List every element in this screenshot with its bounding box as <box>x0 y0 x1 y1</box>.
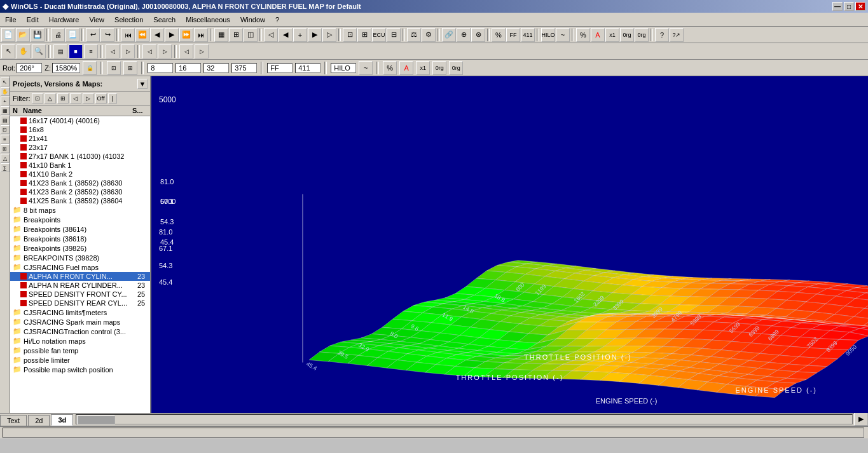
lt-btn3[interactable]: + <box>1 97 10 105</box>
close-button[interactable]: ✕ <box>855 2 865 11</box>
dec-button[interactable]: 411 <box>521 28 535 42</box>
tree-item[interactable]: 📁Breakpoints (39826) <box>10 243 150 253</box>
nav-left-button[interactable]: ◁ <box>264 28 278 42</box>
filter-off-btn[interactable]: Off <box>95 93 107 104</box>
play-button[interactable]: ▶ <box>165 28 179 42</box>
tree-item[interactable]: 21x41 <box>10 134 150 143</box>
chart-area[interactable]: 5000 81.0 67.1 54.3 45.4 THROTTLE POSITI… <box>151 76 868 413</box>
z-value[interactable]: 1580% <box>52 63 80 73</box>
menu-view[interactable]: View <box>84 15 109 25</box>
tree-item[interactable]: 41X23 Bank 1 (38592) (38630 <box>10 179 150 187</box>
tree-item[interactable]: SPEED DENSITY FRONT CY...25 <box>10 290 150 299</box>
lt-btn1[interactable]: ↖ <box>1 78 10 86</box>
arrow-r-button[interactable]: ▷ <box>121 44 135 58</box>
tree-item[interactable]: SPEED DENSITY REAR CYL...25 <box>10 299 150 308</box>
tree-item[interactable]: 📁Breakpoints <box>10 215 150 224</box>
tool4-button[interactable]: ⊟ <box>387 28 401 42</box>
merge-button[interactable]: ⊕ <box>457 28 471 42</box>
tree-item[interactable]: 📁possible limiter <box>10 355 150 365</box>
split-button[interactable]: ⊗ <box>471 28 485 42</box>
tool1-button[interactable]: ⊡ <box>343 28 357 42</box>
print-button[interactable]: 🖨 <box>51 28 65 42</box>
tree-item[interactable]: 📁Hi/Lo notation maps <box>10 336 150 346</box>
filter-btn3[interactable]: ⊞ <box>57 93 69 104</box>
tree-item[interactable]: 📁possible fan temp <box>10 346 150 355</box>
org-button[interactable]: 0rg <box>620 28 634 42</box>
tree-item[interactable]: 23x17 <box>10 143 150 152</box>
undo-button[interactable]: ↩ <box>86 28 100 42</box>
open-button[interactable]: 📂 <box>16 28 30 42</box>
sidebar-dropdown[interactable]: ▼ <box>137 79 148 89</box>
org3-btn[interactable]: 0rg <box>432 61 446 75</box>
play-back-button[interactable]: ◀ <box>150 28 164 42</box>
tab-2d[interactable]: 2d <box>28 415 50 426</box>
help-button[interactable]: ? <box>655 28 669 42</box>
minimize-button[interactable]: — <box>832 2 843 11</box>
save-button[interactable]: 💾 <box>31 28 45 42</box>
rot-value[interactable]: 206° <box>17 63 42 73</box>
skip-back-button[interactable]: ⏪ <box>135 28 149 42</box>
3d-chart[interactable] <box>151 76 868 413</box>
org2-button[interactable]: 0rg <box>635 28 649 42</box>
skip-end-button[interactable]: ⏭ <box>194 28 208 42</box>
tree-list[interactable]: 16x17 (40014) (40016)16x821x4123x1727x17… <box>10 116 150 413</box>
skip-begin-button[interactable]: ⏮ <box>121 28 135 42</box>
hand-button[interactable]: ✋ <box>17 44 31 58</box>
link-button[interactable]: 🔗 <box>442 28 456 42</box>
filter-btn2[interactable]: △ <box>45 93 56 104</box>
view2-button[interactable]: ⊞ <box>229 28 243 42</box>
filter-btn5[interactable]: ▷ <box>83 93 94 104</box>
tree-item[interactable]: 📁8 bit maps <box>10 205 150 215</box>
new-button[interactable]: 📄 <box>1 28 15 42</box>
tree-item[interactable]: 16x8 <box>10 125 150 134</box>
axis-l-button[interactable]: ◁ <box>142 44 156 58</box>
filter-btn4[interactable]: ◁ <box>70 93 81 104</box>
add-button[interactable]: + <box>293 28 307 42</box>
tab-3d[interactable]: 3d <box>51 414 73 426</box>
tree-item[interactable]: 📁CJSRACING limits¶meters <box>10 308 150 317</box>
compare-button[interactable]: ⚖ <box>407 28 421 42</box>
lt-btn4[interactable]: ▦ <box>1 106 10 115</box>
tree-item[interactable]: 📁Possible map switch position <box>10 365 150 374</box>
tree-item[interactable]: 📁BREAKPOINTS (39828) <box>10 253 150 262</box>
skip-fwd-button[interactable]: ⏩ <box>179 28 193 42</box>
lt-btn8[interactable]: ⊞ <box>1 144 10 153</box>
zoom-r-button[interactable]: ▷ <box>195 44 209 58</box>
help2-button[interactable]: ?↗ <box>670 28 684 42</box>
cursor-button[interactable]: ↖ <box>1 44 15 58</box>
map-btn3[interactable]: ≡ <box>84 44 98 58</box>
view3-button[interactable]: ◫ <box>244 28 258 42</box>
view1-button[interactable]: ▦ <box>214 28 228 42</box>
bits8-btn[interactable]: ⊡ <box>107 61 121 75</box>
zoom-button[interactable]: 🔍 <box>32 44 46 58</box>
percent2-button[interactable]: % <box>576 28 590 42</box>
lt-btn5[interactable]: ▤ <box>1 116 10 125</box>
filter-btn6[interactable]: | <box>108 93 117 104</box>
tree-item[interactable]: ALPHA N FRONT CYLIN...23 <box>10 272 150 281</box>
lt-btn2[interactable]: ✋ <box>1 87 10 96</box>
menu-edit[interactable]: Edit <box>22 15 44 25</box>
tree-item[interactable]: 📁Breakpoints (38618) <box>10 234 150 243</box>
tree-item[interactable]: 16x17 (40014) (40016) <box>10 116 150 125</box>
tab-text[interactable]: Text <box>0 415 27 426</box>
menu-file[interactable]: File <box>0 15 22 25</box>
axis-r-button[interactable]: ▷ <box>158 44 172 58</box>
menu-window[interactable]: Window <box>235 15 270 25</box>
tree-item[interactable]: 27x17 BANK 1 (41030) (41032 <box>10 152 150 161</box>
filter-btn1[interactable]: ⊡ <box>32 93 43 104</box>
horizontal-scrollbar[interactable] <box>76 414 853 424</box>
tilde-button[interactable]: ~ <box>556 28 570 42</box>
bits8b-btn[interactable]: ⊞ <box>123 61 137 75</box>
nav-left2-button[interactable]: ◀ <box>279 28 293 42</box>
settings-button[interactable]: ⚙ <box>422 28 436 42</box>
scrollbar-thumb[interactable] <box>77 416 115 424</box>
tool2-button[interactable]: ⊞ <box>357 28 371 42</box>
menu-miscellaneous[interactable]: Miscellaneous <box>181 15 235 25</box>
tree-item[interactable]: 📁Breakpoints (38614) <box>10 224 150 234</box>
A-button[interactable]: A <box>591 28 605 42</box>
redo-button[interactable]: ↪ <box>100 28 114 42</box>
map-btn2[interactable]: ■ <box>69 44 83 58</box>
x1-button[interactable]: x1 <box>605 28 619 42</box>
hilo-button[interactable]: HILO <box>541 28 555 42</box>
tree-item[interactable]: 📁CJSRACING Fuel maps <box>10 262 150 272</box>
